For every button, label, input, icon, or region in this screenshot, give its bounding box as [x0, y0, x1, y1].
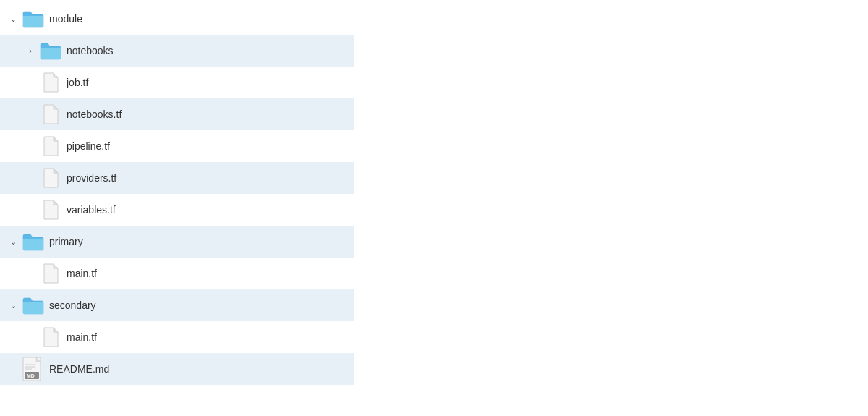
item-label-module: module: [49, 13, 82, 25]
file-icon-variables-tf: [38, 197, 64, 223]
file-icon-job-tf: [38, 69, 64, 95]
tree-item-job-tf[interactable]: job.tf: [0, 67, 354, 98]
item-label-primary: primary: [49, 236, 83, 247]
file-icon-main-tf-primary: [38, 260, 64, 286]
file-icon-main-tf-secondary: [38, 324, 64, 350]
folder-icon-notebooks: [38, 38, 64, 64]
item-label-notebooks-tf: notebooks.tf: [67, 109, 122, 120]
file-tree: ⌄ module › notebooks jo: [0, 0, 354, 388]
item-label-main-tf-secondary: main.tf: [67, 331, 97, 343]
tree-item-main-tf-secondary[interactable]: main.tf: [0, 321, 354, 353]
svg-text:MD: MD: [27, 373, 35, 378]
item-label-readme-md: README.md: [49, 363, 109, 375]
item-label-variables-tf: variables.tf: [67, 204, 116, 216]
md-file-icon: MD: [20, 356, 46, 382]
tree-item-notebooks-tf[interactable]: notebooks.tf: [0, 98, 354, 130]
chevron-down-icon-secondary: ⌄: [6, 298, 20, 313]
tree-item-providers-tf[interactable]: providers.tf: [0, 162, 354, 194]
item-label-notebooks: notebooks: [67, 45, 114, 56]
item-label-secondary: secondary: [49, 300, 96, 311]
item-label-job-tf: job.tf: [67, 77, 88, 88]
tree-item-notebooks[interactable]: › notebooks: [0, 35, 354, 67]
tree-item-primary[interactable]: ⌄ primary: [0, 226, 354, 258]
tree-item-module[interactable]: ⌄ module: [0, 3, 354, 35]
tree-item-variables-tf[interactable]: variables.tf: [0, 194, 354, 226]
tree-item-secondary[interactable]: ⌄ secondary: [0, 289, 354, 321]
tree-item-readme-md[interactable]: MD README.md: [0, 353, 354, 385]
file-icon-providers-tf: [38, 165, 64, 191]
tree-item-main-tf-primary[interactable]: main.tf: [0, 258, 354, 289]
chevron-down-icon-primary: ⌄: [6, 234, 20, 249]
item-label-pipeline-tf: pipeline.tf: [67, 140, 110, 152]
file-icon-pipeline-tf: [38, 133, 64, 159]
folder-icon: [20, 6, 46, 32]
folder-icon-secondary: [20, 292, 46, 318]
chevron-down-icon: ⌄: [6, 12, 20, 26]
item-label-providers-tf: providers.tf: [67, 172, 116, 184]
folder-icon-primary: [20, 229, 46, 255]
file-icon-notebooks-tf: [38, 101, 64, 127]
chevron-right-icon: ›: [23, 43, 38, 58]
item-label-main-tf-primary: main.tf: [67, 268, 97, 279]
tree-item-pipeline-tf[interactable]: pipeline.tf: [0, 130, 354, 162]
